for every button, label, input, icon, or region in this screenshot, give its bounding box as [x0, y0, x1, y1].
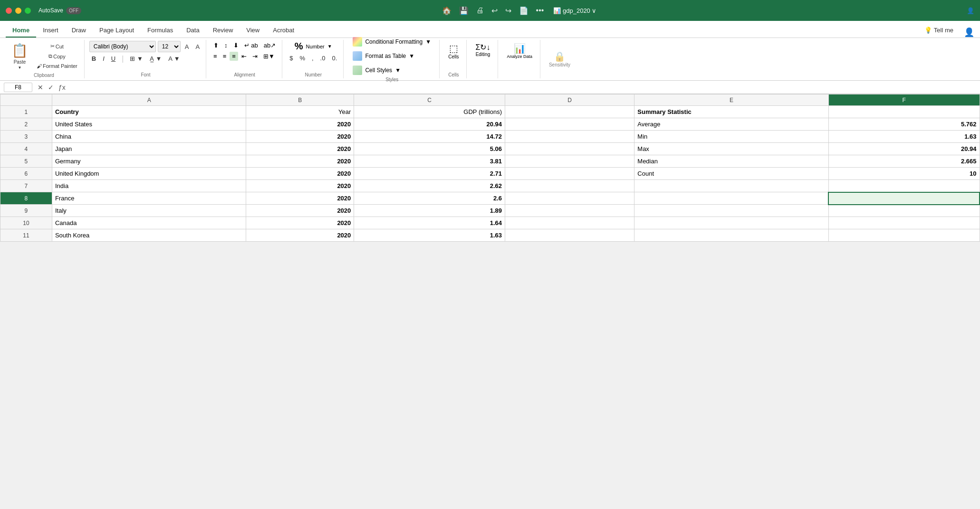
- shrink-font-button[interactable]: A: [193, 42, 202, 51]
- cell[interactable]: France: [52, 192, 246, 205]
- save-icon[interactable]: 💾: [459, 6, 469, 15]
- row-header-9[interactable]: 9: [0, 205, 52, 217]
- cell[interactable]: 14.72: [354, 131, 505, 143]
- cell[interactable]: Median: [634, 155, 828, 168]
- cell[interactable]: 2020: [246, 143, 354, 155]
- color-button[interactable]: A ▼: [166, 54, 182, 63]
- cell[interactable]: 2020: [246, 118, 354, 131]
- undo-icon[interactable]: ↩: [491, 6, 498, 15]
- conditional-formatting-button[interactable]: Conditional Formatting ▼: [350, 36, 434, 47]
- row-header-6[interactable]: 6: [0, 168, 52, 180]
- align-center-button[interactable]: ≡: [221, 52, 229, 61]
- row-header-1[interactable]: 1: [0, 106, 52, 118]
- col-header-B[interactable]: B: [246, 94, 354, 106]
- cell[interactable]: [828, 192, 980, 205]
- cell[interactable]: Country: [52, 106, 246, 118]
- cell[interactable]: Canada: [52, 217, 246, 229]
- cell[interactable]: [505, 217, 634, 229]
- cell[interactable]: Japan: [52, 143, 246, 155]
- user-icon[interactable]: 👤: [967, 7, 974, 14]
- cell[interactable]: Germany: [52, 155, 246, 168]
- cell[interactable]: United States: [52, 118, 246, 131]
- tab-draw[interactable]: Draw: [65, 24, 93, 38]
- tab-data[interactable]: Data: [180, 24, 206, 38]
- cell[interactable]: 20.94: [354, 118, 505, 131]
- cell[interactable]: [828, 217, 980, 229]
- cell[interactable]: 2020: [246, 192, 354, 205]
- cell[interactable]: 2.71: [354, 168, 505, 180]
- cell[interactable]: [505, 118, 634, 131]
- cell[interactable]: 1.63: [828, 131, 980, 143]
- row-header-2[interactable]: 2: [0, 118, 52, 131]
- align-middle-button[interactable]: ↕: [222, 41, 230, 50]
- cell[interactable]: [634, 192, 828, 205]
- close-button[interactable]: [6, 8, 12, 14]
- cell[interactable]: [828, 106, 980, 118]
- cell[interactable]: 20.94: [828, 143, 980, 155]
- underline-button[interactable]: U: [109, 54, 118, 63]
- cell[interactable]: Year: [246, 106, 354, 118]
- fill-button[interactable]: A̲ ▼: [147, 54, 164, 63]
- col-header-A[interactable]: A: [52, 94, 246, 106]
- cell[interactable]: [634, 229, 828, 242]
- analyze-data-button[interactable]: 📊 Analyze Data: [503, 41, 536, 61]
- cell[interactable]: GDP (trillions): [354, 106, 505, 118]
- insert-function-icon[interactable]: ƒx: [57, 84, 67, 91]
- cell[interactable]: 3.81: [354, 155, 505, 168]
- autosave-toggle[interactable]: OFF: [66, 7, 81, 14]
- cell[interactable]: 1.89: [354, 205, 505, 217]
- cell[interactable]: [828, 205, 980, 217]
- new-icon[interactable]: 📄: [519, 6, 528, 15]
- decrease-indent-button[interactable]: ⇤: [239, 52, 249, 61]
- cell[interactable]: [634, 180, 828, 192]
- cell[interactable]: Average: [634, 118, 828, 131]
- cell[interactable]: [505, 192, 634, 205]
- align-left-button[interactable]: ≡: [211, 52, 220, 61]
- row-header-8[interactable]: 8: [0, 192, 52, 205]
- cell[interactable]: China: [52, 131, 246, 143]
- comma-button[interactable]: ,: [309, 54, 316, 63]
- cell[interactable]: 2020: [246, 229, 354, 242]
- italic-button[interactable]: I: [100, 54, 107, 63]
- cell[interactable]: Min: [634, 131, 828, 143]
- cell[interactable]: 2020: [246, 168, 354, 180]
- percent-button[interactable]: %: [297, 54, 307, 63]
- editing-button[interactable]: Σ↻↓ Editing: [471, 41, 494, 59]
- window-controls[interactable]: [6, 8, 31, 14]
- cancel-formula-icon[interactable]: ✕: [36, 84, 45, 91]
- cells-button[interactable]: ⬚ Cells: [444, 41, 462, 61]
- cell[interactable]: Count: [634, 168, 828, 180]
- tab-review[interactable]: Review: [206, 24, 240, 38]
- format-painter-button[interactable]: 🖌 Format Painter: [34, 62, 80, 70]
- cell[interactable]: [828, 229, 980, 242]
- paste-button[interactable]: 📋 Paste ▼: [8, 41, 32, 72]
- confirm-formula-icon[interactable]: ✓: [47, 84, 55, 91]
- decrease-decimal-button[interactable]: 0.: [329, 54, 339, 63]
- cell[interactable]: [634, 205, 828, 217]
- cell[interactable]: [828, 180, 980, 192]
- cell[interactable]: 1.64: [354, 217, 505, 229]
- cell[interactable]: 2.62: [354, 180, 505, 192]
- orientation-button[interactable]: ab↗: [261, 41, 278, 50]
- row-header-7[interactable]: 7: [0, 180, 52, 192]
- tab-formulas[interactable]: Formulas: [141, 24, 180, 38]
- number-dropdown[interactable]: ▼: [327, 44, 332, 49]
- align-top-button[interactable]: ⬆: [211, 41, 221, 50]
- bold-button[interactable]: B: [89, 54, 98, 63]
- cell[interactable]: 2020: [246, 180, 354, 192]
- cell[interactable]: United Kingdom: [52, 168, 246, 180]
- row-header-11[interactable]: 11: [0, 229, 52, 242]
- row-header-10[interactable]: 10: [0, 217, 52, 229]
- row-header-3[interactable]: 3: [0, 131, 52, 143]
- increase-indent-button[interactable]: ⇥: [250, 52, 260, 61]
- redo-icon[interactable]: ↪: [505, 6, 511, 15]
- cell[interactable]: 2.6: [354, 192, 505, 205]
- print-icon[interactable]: 🖨: [476, 6, 484, 15]
- cell[interactable]: India: [52, 180, 246, 192]
- cell[interactable]: [505, 155, 634, 168]
- col-header-D[interactable]: D: [505, 94, 634, 106]
- autosave-control[interactable]: AutoSave OFF: [38, 7, 81, 14]
- cell[interactable]: 5.06: [354, 143, 505, 155]
- align-bottom-button[interactable]: ⬇: [231, 41, 241, 50]
- home-icon[interactable]: 🏠: [442, 6, 452, 15]
